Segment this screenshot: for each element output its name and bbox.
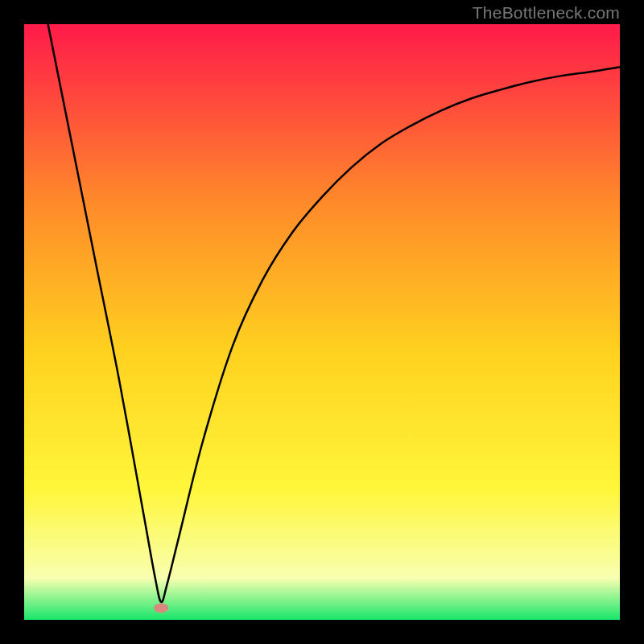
minimum-marker — [154, 603, 168, 613]
watermark-text: TheBottleneck.com — [473, 3, 620, 23]
bottleneck-curve — [48, 24, 620, 602]
chart-frame: TheBottleneck.com — [0, 0, 644, 644]
curve-layer — [24, 24, 620, 620]
plot-area — [24, 24, 620, 620]
